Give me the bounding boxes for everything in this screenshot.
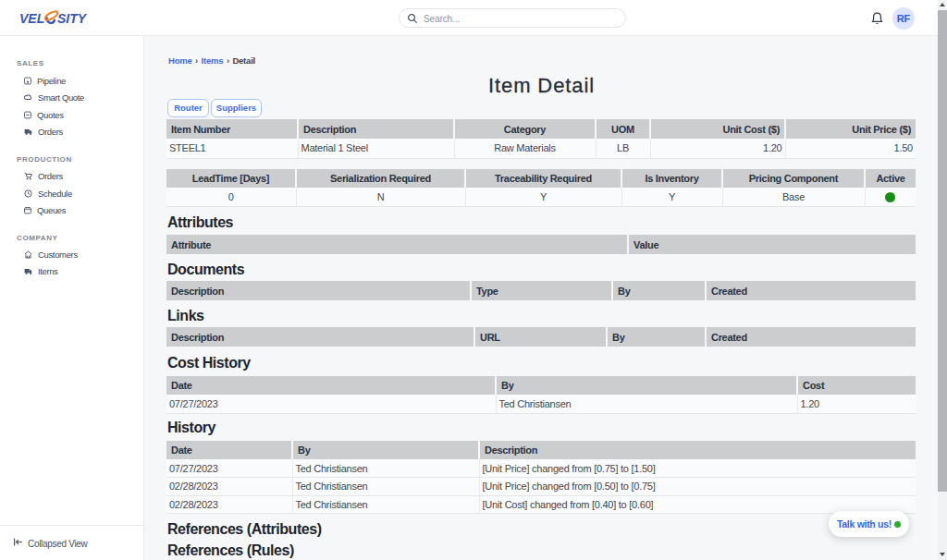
svg-text:VEL: VEL <box>19 11 44 26</box>
svg-text:SITY: SITY <box>57 11 88 26</box>
